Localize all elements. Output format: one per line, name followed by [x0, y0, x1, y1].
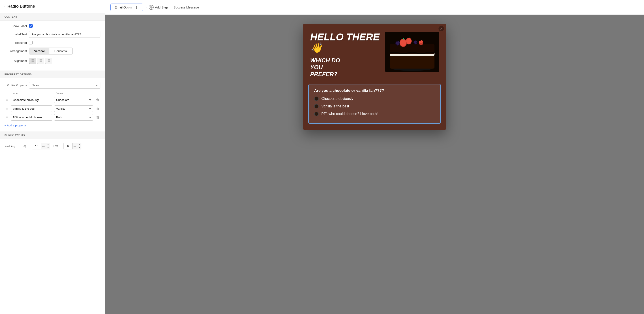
- align-right-btn[interactable]: ☰: [45, 58, 52, 64]
- panel-title: Radio Buttons: [8, 4, 35, 9]
- arrangement-horizontal-btn[interactable]: Horizontal: [50, 48, 72, 54]
- left-panel: ‹ Radio Buttons CONTENT Show Label Label…: [0, 0, 105, 314]
- property-row-2: ≡ Vanilla 🗑: [4, 105, 100, 112]
- padding-top-up[interactable]: ▲: [46, 143, 50, 146]
- radio-option-3: Pffft who could choose? I love both!: [314, 112, 435, 116]
- svg-rect-2: [390, 54, 434, 69]
- modal-subtitle: WHICH DO YOU PREFER?: [310, 57, 380, 78]
- show-label-checkbox[interactable]: [29, 24, 33, 28]
- required-row: Required: [4, 41, 100, 44]
- show-label-text: Show Label: [4, 24, 27, 28]
- padding-label: Padding: [4, 145, 19, 148]
- padding-left-arrows: ▲ ▼: [77, 143, 81, 149]
- add-property-link[interactable]: + Add a property: [4, 123, 26, 128]
- radio-label-2: Vanilla is the best: [321, 104, 349, 108]
- property-cols-header: Label Value: [4, 92, 100, 95]
- arrangement-toggle: Vertical Horizontal: [29, 48, 73, 54]
- alignment-group: ☰ ☰ ☰: [29, 58, 52, 64]
- cake-image: [385, 32, 439, 72]
- prop-label-input-3[interactable]: [11, 114, 52, 121]
- prop-label-input-2[interactable]: [11, 105, 52, 112]
- step-dots-btn[interactable]: ⋮: [134, 5, 139, 9]
- prop-label-input-1[interactable]: [11, 97, 52, 103]
- modal-top: HELLO THERE 👋 WHICH DO YOU PREFER?: [303, 24, 446, 84]
- drag-handle-1[interactable]: ≡: [4, 98, 9, 102]
- arrangement-row: Arrangement Vertical Horizontal: [4, 48, 100, 54]
- modal-form-area: Are you a chocolate or vanilla fan???? C…: [308, 84, 441, 124]
- add-step-btn[interactable]: ⊕ Add Step: [149, 5, 168, 10]
- arrangement-vertical-btn[interactable]: Vertical: [29, 48, 50, 54]
- radio-label-3: Pffft who could choose? I love both!: [321, 112, 378, 116]
- padding-row: Padding Top px ▲ ▼ Left px ▲ ▼: [4, 143, 100, 150]
- radio-label-1: Chocolate obviously: [321, 97, 353, 101]
- padding-left-up[interactable]: ▲: [77, 143, 81, 146]
- svg-point-8: [406, 38, 411, 44]
- align-center-btn[interactable]: ☰: [37, 58, 44, 64]
- padding-left-unit: px: [72, 143, 77, 149]
- step-arrow-1: ›: [145, 5, 146, 9]
- drag-handle-2[interactable]: ≡: [4, 107, 9, 111]
- align-left-btn[interactable]: ☰: [29, 58, 36, 64]
- radio-circle-3[interactable]: [314, 112, 319, 116]
- radio-circle-2[interactable]: [314, 104, 319, 109]
- padding-top-input[interactable]: [32, 143, 41, 149]
- modal-headline: HELLO THERE 👋 WHICH DO YOU PREFER?: [310, 32, 380, 78]
- profile-property-label: Profile Property: [4, 84, 27, 87]
- radio-circle-1[interactable]: [314, 97, 319, 101]
- alignment-row: Alignment ☰ ☰ ☰: [4, 58, 100, 64]
- email-opt-in-label: Email Opt-In: [115, 5, 132, 9]
- required-checkbox[interactable]: [29, 41, 33, 44]
- property-row-3: ≡ Both 🗑: [4, 114, 100, 121]
- show-label-row: Show Label: [4, 24, 100, 28]
- profile-property-select[interactable]: Flavor: [29, 82, 100, 89]
- success-message-label: Success Message: [174, 5, 199, 9]
- property-options-body: Profile Property Flavor Label Value ≡ Ch…: [0, 78, 105, 132]
- panel-header: ‹ Radio Buttons: [0, 0, 105, 13]
- profile-property-row: Profile Property Flavor: [4, 82, 100, 89]
- block-styles-section-header: BLOCK STYLES: [0, 132, 105, 139]
- modal-card: ✕ HELLO THERE 👋 WHICH DO YOU PREFER?: [303, 24, 446, 130]
- modal-subtitle-line1: WHICH DO: [310, 57, 340, 64]
- modal-subtitle-line3: PREFER?: [310, 71, 337, 77]
- add-step-icon: ⊕: [149, 5, 154, 10]
- email-opt-in-btn[interactable]: Email Opt-In ⋮: [110, 3, 143, 11]
- padding-top-down[interactable]: ▼: [46, 146, 50, 149]
- label-text-input[interactable]: [29, 31, 100, 38]
- svg-point-15: [416, 41, 417, 42]
- padding-left-input[interactable]: [64, 143, 72, 149]
- delete-btn-3[interactable]: 🗑: [95, 115, 100, 120]
- padding-top-label: Top: [22, 145, 29, 148]
- label-text-label: Label Text: [4, 33, 27, 36]
- content-section-header: CONTENT: [0, 13, 105, 20]
- property-options-section-header: PROPERTY OPTIONS: [0, 71, 105, 78]
- prop-value-select-1[interactable]: Chocolate: [54, 97, 93, 103]
- drag-handle-3[interactable]: ≡: [4, 116, 9, 120]
- col-value-header: Value: [56, 92, 100, 95]
- padding-left-down[interactable]: ▼: [77, 146, 81, 149]
- radio-option-2: Vanilla is the best: [314, 104, 435, 109]
- modal-subtitle-line2: YOU: [310, 64, 323, 71]
- back-button[interactable]: ‹: [4, 4, 6, 8]
- svg-point-12: [397, 43, 399, 45]
- right-panel: Email Opt-In ⋮ › ⊕ Add Step › Success Me…: [105, 0, 644, 314]
- block-styles-body: Padding Top px ▲ ▼ Left px ▲ ▼: [0, 139, 105, 153]
- step-arrow-2: ›: [170, 5, 171, 9]
- svg-point-20: [420, 43, 422, 45]
- preview-area: ✕ HELLO THERE 👋 WHICH DO YOU PREFER?: [105, 15, 644, 314]
- padding-left-stepper: px ▲ ▼: [63, 143, 82, 150]
- radio-option-1: Chocolate obviously: [314, 97, 435, 101]
- prop-value-select-3[interactable]: Both: [54, 114, 93, 121]
- alignment-label: Alignment: [4, 59, 27, 63]
- padding-left-label: Left: [54, 145, 60, 148]
- delete-btn-1[interactable]: 🗑: [95, 98, 100, 103]
- form-question: Are you a chocolate or vanilla fan????: [314, 88, 435, 93]
- required-label: Required: [4, 41, 27, 44]
- label-text-row: Label Text: [4, 31, 100, 38]
- padding-top-arrows: ▲ ▼: [46, 143, 50, 149]
- arrangement-label: Arrangement: [4, 49, 27, 53]
- modal-close-btn[interactable]: ✕: [438, 26, 444, 31]
- add-step-label: Add Step: [155, 5, 168, 9]
- padding-top-stepper: px ▲ ▼: [32, 143, 50, 150]
- delete-btn-2[interactable]: 🗑: [95, 106, 100, 111]
- prop-value-select-2[interactable]: Vanilla: [54, 105, 93, 112]
